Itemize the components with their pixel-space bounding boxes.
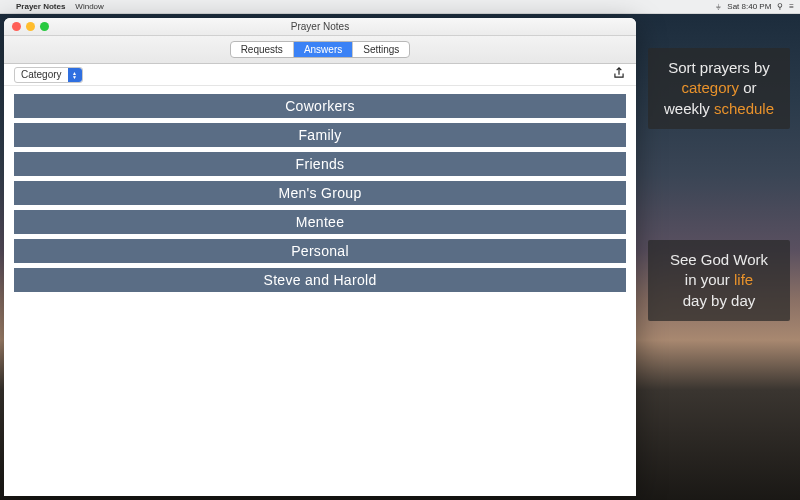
list-item[interactable]: Men's Group (14, 181, 626, 205)
menubar-window[interactable]: Window (75, 2, 103, 11)
promo-highlight: category (681, 79, 739, 96)
promo-text: Sort prayers by (668, 59, 770, 76)
menubar-app-name[interactable]: Prayer Notes (16, 2, 65, 11)
promo-text: See God Work (670, 251, 768, 268)
promo-highlight: life (734, 271, 753, 288)
promo-text: in your (685, 271, 734, 288)
spotlight-icon[interactable]: ⚲ (777, 2, 783, 11)
window-controls (12, 22, 49, 31)
list-item[interactable]: Steve and Harold (14, 268, 626, 292)
zoom-button[interactable] (40, 22, 49, 31)
list-item[interactable]: Family (14, 123, 626, 147)
macos-menubar: Prayer Notes Window ⏚ Sat 8:40 PM ⚲ ≡ (0, 0, 800, 14)
minimize-button[interactable] (26, 22, 35, 31)
tab-settings[interactable]: Settings (353, 42, 409, 57)
promo-highlight: schedule (714, 100, 774, 117)
window-titlebar: Prayer Notes (4, 18, 636, 36)
tab-answers[interactable]: Answers (294, 42, 353, 57)
menu-icon[interactable]: ≡ (789, 2, 794, 11)
list-item[interactable]: Coworkers (14, 94, 626, 118)
wifi-icon[interactable]: ⏚ (716, 2, 721, 11)
window-title: Prayer Notes (4, 21, 636, 32)
tab-requests[interactable]: Requests (231, 42, 294, 57)
category-dropdown[interactable]: Category ▲▼ (14, 67, 83, 83)
list-item[interactable]: Friends (14, 152, 626, 176)
app-window: Prayer Notes Requests Answers Settings C… (4, 18, 636, 496)
promo-text: weekly (664, 100, 714, 117)
list-item[interactable]: Personal (14, 239, 626, 263)
sub-toolbar: Category ▲▼ (4, 64, 636, 86)
close-button[interactable] (12, 22, 21, 31)
chevron-up-down-icon: ▲▼ (68, 68, 82, 82)
category-list: Coworkers Family Friends Men's Group Men… (4, 86, 636, 496)
promo-card-see: See God Work in your life day by day (648, 240, 790, 321)
menubar-clock: Sat 8:40 PM (727, 2, 771, 11)
dropdown-label: Category (21, 69, 62, 80)
promo-text: day by day (683, 292, 756, 309)
promo-card-sort: Sort prayers by category or weekly sched… (648, 48, 790, 129)
tab-segmented-control: Requests Answers Settings (230, 41, 411, 58)
share-icon[interactable] (612, 66, 626, 83)
list-item[interactable]: Mentee (14, 210, 626, 234)
promo-text: or (739, 79, 757, 96)
toolbar: Requests Answers Settings (4, 36, 636, 64)
